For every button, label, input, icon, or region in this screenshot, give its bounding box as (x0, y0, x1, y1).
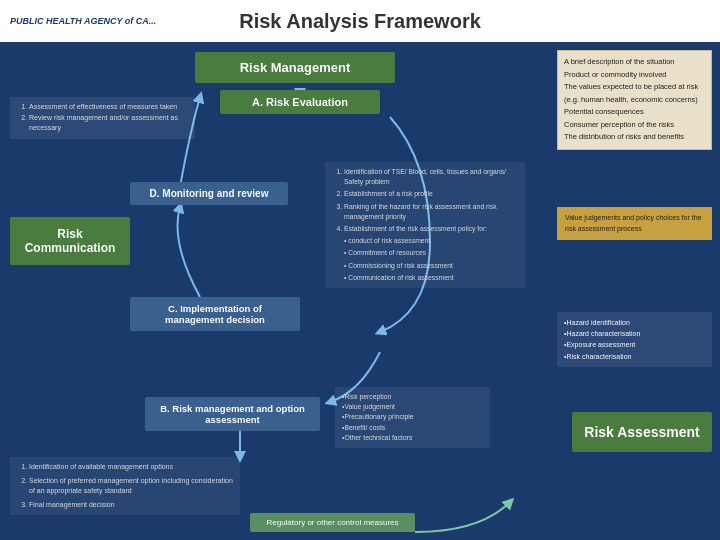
risk-management-label: Risk Management (240, 60, 351, 75)
header: PUBLIC HEALTH AGENCY of CA... Risk Analy… (0, 0, 720, 42)
implementation-label: C. Implementation of management decision (165, 303, 265, 325)
eval-item: • Commitment of resources (344, 248, 518, 258)
eval-item: Identification of TSE/ Blood, cells, tis… (344, 167, 518, 187)
sidebar-item: The values expected to be placed at risk (564, 82, 705, 93)
eval-item: • Communication of risk assessment (344, 273, 518, 283)
agency-logo: PUBLIC HEALTH AGENCY of CA... (10, 16, 156, 26)
sidebar-item: Potential consequences (564, 107, 705, 118)
sidebar-item: A brief description of the situation (564, 57, 705, 68)
main-content: A brief description of the situation Pro… (0, 42, 720, 540)
value-judgements-text: Value judgements and policy choices for … (565, 214, 701, 232)
bottom-steps-list: Identification of available management o… (10, 457, 240, 515)
risk-assessment-box: Risk Assessment (572, 412, 712, 452)
risk-communication-box: Risk Communication (10, 217, 130, 265)
bottom-step: Final management decision (29, 500, 233, 511)
regulatory-box: Regulatory or other control measures (250, 513, 415, 532)
sidebar-item: (e.g. human health, economic concerns) (564, 95, 705, 106)
risk-assessment-label: Risk Assessment (584, 424, 699, 440)
monitoring-label: D. Monitoring and review (150, 188, 269, 199)
hazard-list-box: •Hazard identification •Hazard character… (557, 312, 712, 367)
risk-evaluation-label: A. Risk Evaluation (252, 96, 348, 108)
hazard-item: •Hazard characterisation (564, 328, 705, 339)
bottom-step: Identification of available management o… (29, 462, 233, 473)
bottom-step: Selection of preferred management option… (29, 476, 233, 497)
step-item: Review risk management and/or assessment… (29, 113, 188, 134)
eval-item: Ranking of the hazard for risk assessmen… (344, 202, 518, 222)
page-title: Risk Analysis Framework (239, 10, 481, 33)
risk-mgmt-option-box: B. Risk management and option assessment (145, 397, 320, 431)
eval-details-list: Identification of TSE/ Blood, cells, tis… (325, 162, 525, 288)
perception-item: •Risk perception (342, 392, 483, 402)
step-item: Assessment of effectiveness of measures … (29, 102, 188, 113)
eval-item: • Commissioning of risk assessment (344, 261, 518, 271)
risk-evaluation-box: A. Risk Evaluation (220, 90, 380, 114)
monitoring-steps-list: Assessment of effectiveness of measures … (10, 97, 195, 139)
perception-item: •Benefit/ costs (342, 423, 483, 433)
regulatory-label: Regulatory or other control measures (266, 518, 398, 527)
value-judgements-box: Value judgements and policy choices for … (557, 207, 712, 240)
sidebar-item: The distribution of risks and benefits (564, 132, 705, 143)
monitoring-box: D. Monitoring and review (130, 182, 288, 205)
perception-item: •Other technical factors (342, 433, 483, 443)
risk-communication-label: Risk Communication (25, 227, 116, 255)
hazard-item: •Hazard identification (564, 317, 705, 328)
eval-item: Establishment of a risk profile (344, 189, 518, 199)
hazard-item: •Exposure assessment (564, 339, 705, 350)
perception-item: •Value judgement (342, 402, 483, 412)
eval-item: Establishment of the risk assessment pol… (344, 224, 518, 234)
hazard-item: •Risk characterisation (564, 351, 705, 362)
risk-perception-box: •Risk perception •Value judgement •Preca… (335, 387, 490, 448)
context-description: A brief description of the situation Pro… (557, 50, 712, 150)
sidebar-item: Product or commodity involved (564, 70, 705, 81)
risk-mgmt-option-label: B. Risk management and option assessment (160, 403, 305, 425)
perception-item: •Precautionary principle (342, 412, 483, 422)
risk-management-box: Risk Management (195, 52, 395, 83)
implementation-box: C. Implementation of management decision (130, 297, 300, 331)
eval-item: • conduct of risk assessment (344, 236, 518, 246)
sidebar-item: Consumer perception of the risks (564, 120, 705, 131)
